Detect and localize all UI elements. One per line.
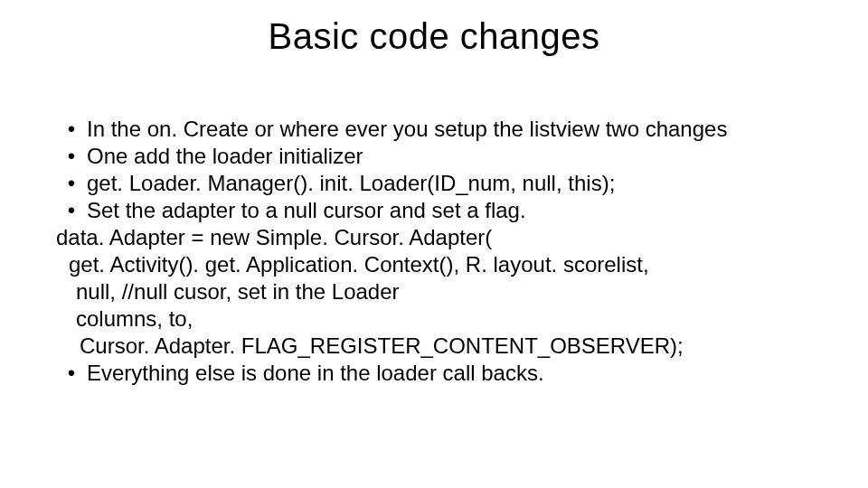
- bullet-dot-icon: •: [56, 197, 87, 224]
- bullet-text: One add the loader initializer: [87, 143, 812, 170]
- bullet-dot-icon: •: [56, 143, 87, 170]
- slide-title: Basic code changes: [0, 16, 868, 57]
- slide: Basic code changes • In the on. Create o…: [0, 0, 868, 488]
- bullet-dot-icon: •: [56, 360, 87, 387]
- bullet-item: • In the on. Create or where ever you se…: [56, 116, 812, 143]
- bullet-item: • Set the adapter to a null cursor and s…: [56, 197, 812, 224]
- bullet-text: get. Loader. Manager(). init. Loader(ID_…: [87, 170, 812, 197]
- code-line: Cursor. Adapter. FLAG_REGISTER_CONTENT_O…: [56, 333, 812, 360]
- bullet-dot-icon: •: [56, 116, 87, 143]
- bullet-text: Set the adapter to a null cursor and set…: [87, 197, 812, 224]
- bullet-text: Everything else is done in the loader ca…: [87, 360, 812, 387]
- bullet-text: In the on. Create or where ever you setu…: [87, 116, 812, 143]
- bullet-dot-icon: •: [56, 170, 87, 197]
- code-line: data. Adapter = new Simple. Cursor. Adap…: [56, 224, 812, 251]
- code-line: columns, to,: [56, 305, 812, 333]
- bullet-item: • One add the loader initializer: [56, 143, 812, 170]
- bullet-item: • get. Loader. Manager(). init. Loader(I…: [56, 170, 812, 197]
- slide-body: • In the on. Create or where ever you se…: [56, 116, 812, 387]
- code-line: get. Activity(). get. Application. Conte…: [56, 251, 812, 278]
- bullet-item: • Everything else is done in the loader …: [56, 360, 812, 387]
- code-line: null, //null cusor, set in the Loader: [56, 278, 812, 305]
